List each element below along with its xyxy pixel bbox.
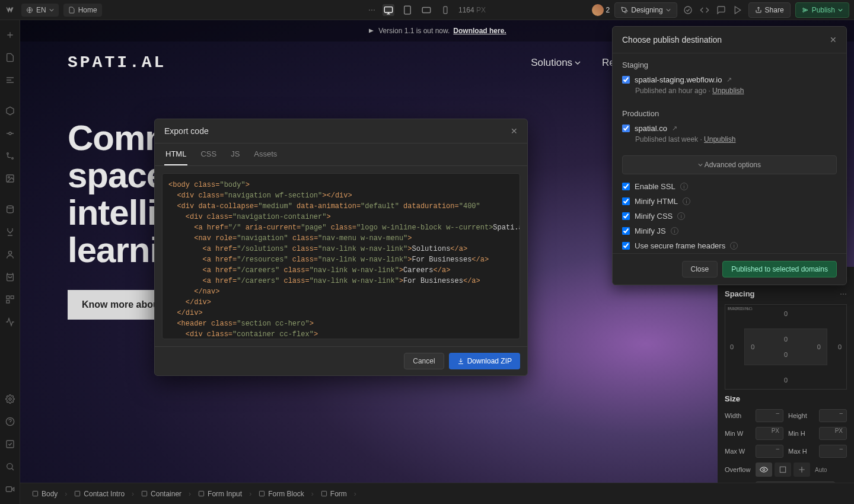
add-icon[interactable] <box>0 25 20 45</box>
publish-panel: Choose publish destination ✕ Staging spa… <box>612 26 847 285</box>
svg-rect-14 <box>11 296 14 299</box>
svg-rect-25 <box>142 491 146 496</box>
video-icon[interactable] <box>0 479 20 499</box>
banner-link[interactable]: Download here. <box>453 27 506 35</box>
overflow-visible[interactable] <box>756 462 772 477</box>
info-icon[interactable]: i <box>730 242 738 250</box>
crumb-form-input[interactable]: Form Input <box>193 487 247 500</box>
crumb-form-block[interactable]: Form Block <box>254 487 309 500</box>
staging-domain[interactable]: spatial-staging.webflow.io <box>635 75 722 84</box>
components-icon[interactable] <box>0 101 20 121</box>
svg-rect-23 <box>33 491 37 496</box>
download-zip-button[interactable]: Download ZIP <box>449 353 520 369</box>
crumb-body[interactable]: Body <box>27 487 62 500</box>
settings-icon[interactable] <box>0 389 20 409</box>
minh-input[interactable]: PX <box>819 427 847 440</box>
left-toolbar <box>0 20 20 504</box>
production-checkbox[interactable] <box>622 125 630 132</box>
variables-icon[interactable] <box>0 123 20 143</box>
tablet-landscape-icon[interactable] <box>420 4 432 16</box>
ecommerce-icon[interactable] <box>0 267 20 287</box>
desktop-icon[interactable] <box>383 4 394 16</box>
external-link-icon[interactable]: ↗ <box>726 76 732 84</box>
minify-html-checkbox[interactable] <box>622 197 630 205</box>
breadcrumb: Body› Contact Intro› Container› Form Inp… <box>20 483 854 504</box>
height-input[interactable]: – <box>819 409 847 422</box>
publish-button[interactable]: Publish <box>795 2 849 18</box>
tab-js[interactable]: JS <box>230 143 241 165</box>
crumb-contact-intro[interactable]: Contact Intro <box>69 487 129 500</box>
crumb-container[interactable]: Container <box>136 487 186 500</box>
margin-box[interactable]: MARGIN 0 0 PADDING 0 00 0 0 0 <box>725 304 847 390</box>
minw-input[interactable]: PX <box>756 427 783 440</box>
cancel-button[interactable]: Cancel <box>404 353 444 369</box>
published-button[interactable]: Published to selected domains <box>722 261 837 277</box>
info-icon[interactable]: i <box>677 212 685 220</box>
advanced-options[interactable]: Advanced options <box>622 155 837 174</box>
tab-css[interactable]: CSS <box>199 143 218 165</box>
activity-icon[interactable] <box>0 312 20 332</box>
overflow-scroll[interactable] <box>794 462 810 477</box>
check2-icon[interactable] <box>0 434 20 454</box>
help-icon[interactable] <box>0 412 20 432</box>
ssl-checkbox[interactable] <box>622 183 630 190</box>
svg-rect-28 <box>321 491 326 496</box>
overflow-hidden[interactable] <box>775 462 791 477</box>
cms-icon[interactable] <box>0 199 20 219</box>
production-domain[interactable]: spatial.co <box>635 124 667 133</box>
staging-checkbox[interactable] <box>622 76 630 84</box>
viewport-width: 1164 PX <box>458 6 486 14</box>
width-input[interactable]: – <box>756 409 783 422</box>
info-icon[interactable]: i <box>683 197 690 205</box>
svg-rect-24 <box>75 491 80 496</box>
crumb-form[interactable]: Form <box>316 487 352 500</box>
assets-icon[interactable] <box>0 168 20 189</box>
info-icon[interactable]: i <box>680 183 688 190</box>
minify-css-checkbox[interactable] <box>622 212 630 220</box>
external-link-icon[interactable]: ↗ <box>672 125 677 132</box>
collaborators[interactable]: 2 <box>592 4 610 16</box>
nav-link-solutions[interactable]: Solutions <box>531 57 581 69</box>
unpublish-link[interactable]: Unpublish <box>712 87 744 95</box>
minify-js-checkbox[interactable] <box>622 227 630 235</box>
viewport-controls: ⋯ 1164 PX <box>368 4 486 16</box>
page-selector[interactable]: Home <box>63 4 102 17</box>
close-icon[interactable]: ✕ <box>830 35 837 44</box>
style-panel: Children Don't wrap Wrap Spacing⋯ MARGIN… <box>718 267 854 483</box>
close-button[interactable]: Close <box>682 261 718 277</box>
pages-icon[interactable] <box>0 47 20 68</box>
unpublish-link[interactable]: Unpublish <box>704 135 735 143</box>
users-icon[interactable] <box>0 244 20 264</box>
navigator-icon[interactable] <box>0 70 20 90</box>
check-icon[interactable] <box>682 4 694 16</box>
more-icon[interactable]: ⋯ <box>368 6 375 14</box>
tab-assets[interactable]: Assets <box>253 143 278 165</box>
mode-selector[interactable]: Designing <box>614 2 677 18</box>
code-preview[interactable]: <body class="body"> <div class="navigati… <box>162 173 520 339</box>
svg-point-21 <box>763 468 765 471</box>
tab-html[interactable]: HTML <box>164 143 187 165</box>
svg-point-16 <box>9 398 11 400</box>
webflow-logo-icon[interactable] <box>5 4 17 16</box>
comment-icon[interactable] <box>715 4 727 16</box>
svg-rect-3 <box>422 7 431 12</box>
svg-point-5 <box>684 7 692 14</box>
styles-icon[interactable] <box>0 146 20 166</box>
modal-title: Export code <box>164 126 209 136</box>
svg-rect-15 <box>7 300 9 303</box>
logic-icon[interactable] <box>0 222 20 242</box>
close-icon[interactable]: ✕ <box>511 126 518 136</box>
preview-icon[interactable] <box>732 4 744 16</box>
mobile-icon[interactable] <box>439 4 451 16</box>
search-icon[interactable] <box>0 457 20 477</box>
share-button[interactable]: Share <box>748 2 791 18</box>
apps-icon[interactable] <box>0 289 20 310</box>
svg-rect-2 <box>404 6 411 14</box>
code-icon[interactable] <box>699 4 710 16</box>
info-icon[interactable]: i <box>671 227 678 235</box>
secure-headers-checkbox[interactable] <box>622 242 630 250</box>
tablet-icon[interactable] <box>401 4 413 16</box>
maxh-input[interactable]: – <box>819 445 847 458</box>
language-selector[interactable]: EN <box>21 4 59 17</box>
maxw-input[interactable]: – <box>756 445 783 458</box>
